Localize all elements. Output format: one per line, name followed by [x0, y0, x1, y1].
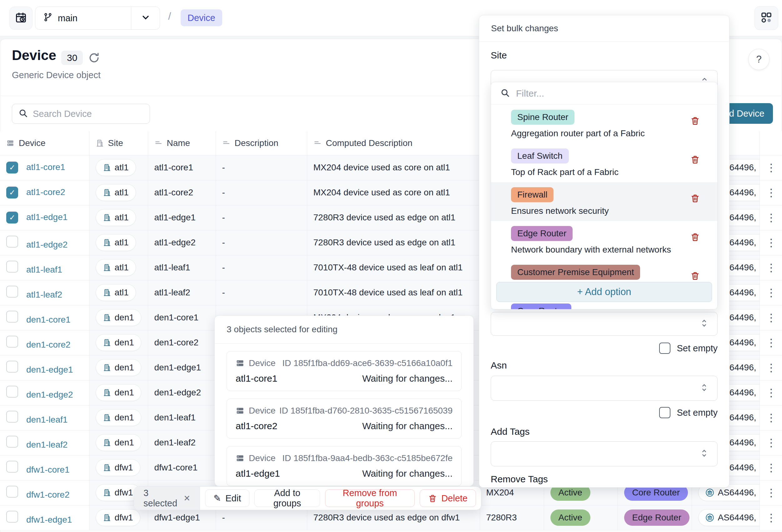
- row-checkbox[interactable]: [6, 486, 18, 498]
- row-menu-button[interactable]: ⋮: [759, 505, 782, 530]
- column-header-description[interactable]: Description: [216, 131, 307, 155]
- device-link[interactable]: den1-edge1: [26, 365, 73, 375]
- set-empty-checkbox[interactable]: [659, 407, 670, 418]
- row-menu-button[interactable]: ⋮: [759, 205, 782, 230]
- site-pill[interactable]: den1: [96, 409, 141, 426]
- site-pill[interactable]: den1: [96, 309, 141, 326]
- device-link[interactable]: dfw1-core1: [26, 465, 70, 474]
- site-pill[interactable]: den1: [96, 359, 141, 376]
- set-empty-checkbox[interactable]: [659, 343, 670, 354]
- edit-button[interactable]: ✎ Edit: [205, 490, 249, 507]
- device-link[interactable]: atl1-core2: [26, 187, 65, 197]
- delete-button[interactable]: Delete: [420, 490, 476, 507]
- column-header-site[interactable]: Site: [89, 131, 148, 155]
- site-pill[interactable]: atl1: [96, 259, 136, 276]
- row-menu-button[interactable]: ⋮: [759, 330, 782, 355]
- device-link[interactable]: atl1-edge2: [26, 240, 68, 249]
- branch-dropdown-toggle[interactable]: [131, 7, 160, 29]
- breadcrumb-device[interactable]: Device: [181, 9, 222, 26]
- row-menu-button[interactable]: ⋮: [759, 255, 782, 280]
- row-menu-button[interactable]: ⋮: [759, 280, 782, 305]
- dropdown-option[interactable]: Firewall Ensures network security: [491, 182, 717, 221]
- site-pill[interactable]: atl1: [96, 184, 136, 201]
- row-menu-button[interactable]: ⋮: [759, 380, 782, 405]
- device-link[interactable]: den1-leaf1: [26, 415, 68, 424]
- trash-icon[interactable]: [690, 193, 700, 204]
- site-pill[interactable]: atl1: [96, 234, 136, 251]
- device-link[interactable]: atl1-leaf1: [26, 265, 62, 275]
- row-menu-button[interactable]: ⋮: [759, 455, 782, 480]
- row-menu-button[interactable]: ⋮: [759, 480, 782, 505]
- option-pill: Core Router: [511, 304, 571, 310]
- row-menu-button[interactable]: ⋮: [759, 305, 782, 330]
- time-travel-button[interactable]: [9, 7, 33, 30]
- row-checkbox[interactable]: ✓: [6, 212, 18, 223]
- row-checkbox[interactable]: [6, 261, 18, 273]
- dropdown-option[interactable]: Leaf Switch Top of Rack part of a Fabric: [491, 143, 717, 182]
- row-checkbox[interactable]: [6, 511, 18, 523]
- server-icon: [236, 454, 244, 463]
- row-checkbox[interactable]: [6, 361, 18, 373]
- site-pill[interactable]: den1: [96, 434, 141, 451]
- device-link[interactable]: atl1-leaf2: [26, 290, 62, 299]
- row-menu-button[interactable]: ⋮: [759, 355, 782, 380]
- remove-from-groups-button[interactable]: Remove from groups: [325, 490, 415, 507]
- asn-select[interactable]: [491, 376, 718, 401]
- server-icon: [6, 139, 14, 147]
- dropdown-filter-input[interactable]: [516, 88, 708, 99]
- trash-icon[interactable]: [690, 232, 700, 243]
- branch-selector[interactable]: main: [35, 7, 160, 30]
- site-pill[interactable]: den1: [96, 334, 141, 351]
- add-tags-select[interactable]: [491, 441, 718, 466]
- row-checkbox[interactable]: [6, 336, 18, 348]
- row-menu-button[interactable]: ⋮: [759, 405, 782, 430]
- dropdown-option[interactable]: Edge Router Network boundary with extern…: [491, 221, 717, 260]
- row-menu-button[interactable]: ⋮: [759, 155, 782, 180]
- row-checkbox[interactable]: [6, 461, 18, 473]
- building-icon: [103, 164, 111, 172]
- site-pill[interactable]: den1: [96, 384, 141, 401]
- row-menu-button[interactable]: ⋮: [759, 230, 782, 255]
- add-option-button[interactable]: + Add option: [496, 282, 712, 302]
- row-checkbox[interactable]: ✓: [6, 162, 18, 174]
- schema-button[interactable]: [754, 6, 778, 30]
- row-checkbox[interactable]: [6, 411, 18, 423]
- help-button[interactable]: ?: [748, 49, 770, 70]
- row-menu-button[interactable]: ⋮: [759, 180, 782, 205]
- dropdown-option[interactable]: Spine Router Aggregation router part of …: [491, 105, 717, 143]
- row-checkbox[interactable]: ✓: [6, 187, 18, 199]
- search-input[interactable]: [33, 109, 143, 119]
- device-link[interactable]: dfw1-core2: [26, 490, 70, 499]
- device-link[interactable]: den1-leaf2: [26, 440, 68, 450]
- site-pill[interactable]: atl1: [96, 159, 136, 176]
- site-pill[interactable]: dfw1: [96, 509, 140, 526]
- calendar-clock-icon: [15, 11, 27, 25]
- device-link[interactable]: atl1-edge1: [26, 212, 68, 222]
- trash-icon[interactable]: [690, 155, 700, 165]
- row-checkbox[interactable]: [6, 386, 18, 398]
- device-link[interactable]: den1-core2: [26, 340, 71, 350]
- site-pill[interactable]: dfw1: [96, 459, 140, 476]
- site-pill[interactable]: atl1: [96, 284, 136, 301]
- role-select[interactable]: [491, 312, 718, 336]
- column-header-name[interactable]: Name: [148, 131, 216, 155]
- add-to-groups-button[interactable]: Add to groups: [254, 490, 320, 507]
- device-link[interactable]: den1-edge2: [26, 390, 73, 399]
- column-header-computed-description[interactable]: Computed Description: [307, 131, 480, 155]
- trash-icon[interactable]: [690, 271, 700, 282]
- device-link[interactable]: atl1-core1: [26, 162, 65, 172]
- column-header-device[interactable]: Device: [0, 131, 89, 155]
- row-menu-button[interactable]: ⋮: [759, 430, 782, 455]
- device-link[interactable]: den1-core1: [26, 315, 71, 324]
- trash-icon[interactable]: [690, 116, 700, 127]
- clear-selection-icon[interactable]: ✕: [183, 494, 190, 503]
- row-checkbox[interactable]: [6, 286, 18, 297]
- device-link[interactable]: dfw1-edge1: [26, 515, 72, 525]
- site-pill[interactable]: atl1: [96, 209, 136, 226]
- row-checkbox[interactable]: [6, 236, 18, 248]
- row-checkbox[interactable]: [6, 436, 18, 448]
- refresh-icon[interactable]: [88, 52, 100, 65]
- selection-toolbar: 3 selected ✕ ✎ Edit Add to groups Remove…: [134, 486, 481, 510]
- page-subtitle: Generic Device object: [12, 70, 101, 80]
- row-checkbox[interactable]: [6, 311, 18, 323]
